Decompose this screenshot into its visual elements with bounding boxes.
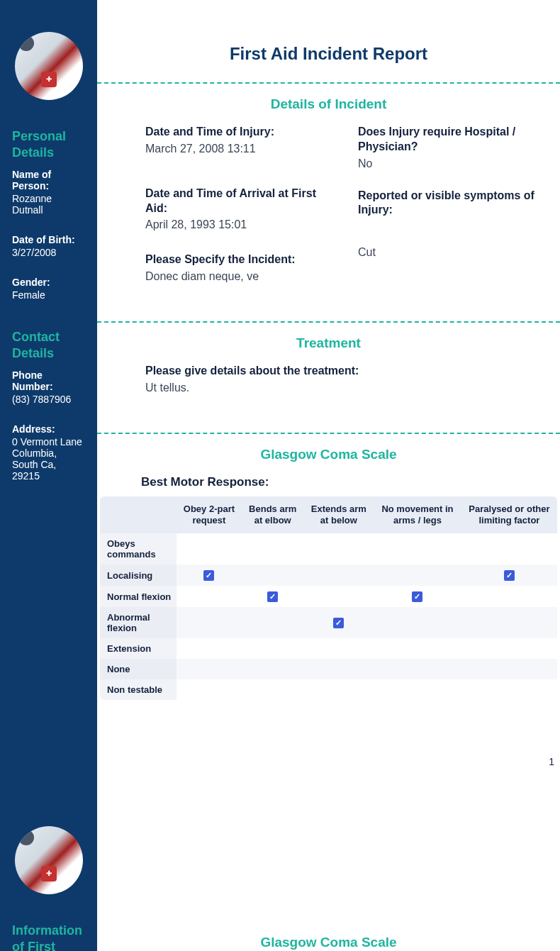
symptoms-value: Cut [358, 246, 542, 259]
arrival-value: April 28, 1993 15:01 [145, 218, 330, 231]
page-2: Information of First Glasgow Coma Scale … [0, 794, 560, 951]
motor-col-header: Extends arm at below [304, 496, 374, 534]
checkbox-cell[interactable] [177, 679, 242, 700]
table-row: Obeys commands [100, 533, 557, 565]
checkbox-cell[interactable] [461, 586, 557, 607]
field-phone: Phone Number: (83) 7887906 [12, 369, 85, 405]
motor-col-header: No movement in arms / legs [374, 496, 461, 534]
treatment-details-value: Ut tellus. [145, 382, 500, 394]
treatment-section-title: Treatment [97, 323, 560, 364]
checkbox-cell[interactable] [242, 659, 304, 679]
hospital-value: No [358, 157, 542, 170]
symptoms-label: Reported or visible symptoms of Injury: [358, 189, 542, 218]
details-section-title: Details of Incident [97, 84, 560, 125]
gcs-section-title: Glasgow Coma Scale [97, 434, 560, 475]
row-label: Localising [100, 565, 177, 586]
motor-col-header: Bends arm at elbow [242, 496, 304, 534]
checkbox-cell[interactable] [461, 679, 557, 700]
check-icon: ✓ [267, 591, 278, 602]
table-row: Extension [100, 638, 557, 659]
main-content: First Aid Incident Report Details of Inc… [97, 0, 560, 794]
name-value: Rozanne Dutnall [12, 193, 85, 216]
checkbox-cell[interactable] [461, 607, 557, 638]
checkbox-cell[interactable] [374, 679, 461, 700]
gender-value: Female [12, 289, 85, 301]
checkbox-cell[interactable] [461, 638, 557, 659]
checkbox-cell[interactable] [177, 638, 242, 659]
main-content-2: Glasgow Coma Scale Verbal Response: Corr… [97, 794, 560, 951]
table-row: Normal flexion✓✓ [100, 586, 557, 607]
page-title: First Aid Incident Report [97, 0, 560, 82]
motor-response-label: Best Motor Response: [97, 475, 560, 496]
checkbox-cell[interactable] [374, 533, 461, 565]
checkbox-cell[interactable] [177, 607, 242, 638]
details-grid: Date and Time of Injury: March 27, 2008 … [97, 125, 560, 321]
info-heading: Information of First [12, 923, 85, 951]
checkbox-cell[interactable]: ✓ [304, 607, 374, 638]
treatment-grid: Please give details about the treatment:… [97, 364, 560, 433]
details-col-right: Does Injury require Hospital / Physician… [358, 125, 542, 301]
motor-col-header: Obey 2-part request [177, 496, 242, 534]
address-value: 0 Vermont Lane Columbia, South Ca, 29215 [12, 436, 85, 482]
row-label: Normal flexion [100, 586, 177, 607]
specify-label: Please Specify the Incident: [145, 252, 330, 267]
table-row: Abnormal flexion✓ [100, 607, 557, 638]
checkbox-cell[interactable]: ✓ [461, 565, 557, 586]
checkbox-cell[interactable] [374, 638, 461, 659]
motor-table-head: Obey 2-part requestBends arm at elbowExt… [100, 496, 557, 534]
item-injury-time: Date and Time of Injury: March 27, 2008 … [145, 125, 330, 155]
item-specify: Please Specify the Incident: Donec diam … [145, 252, 330, 283]
row-label: None [100, 659, 177, 679]
page-number: 1 [549, 756, 554, 767]
gcs-section-title-2: Glasgow Coma Scale [97, 842, 560, 951]
checkbox-cell[interactable] [242, 533, 304, 565]
checkbox-cell[interactable] [374, 659, 461, 679]
treatment-details-label: Please give details about the treatment: [145, 364, 500, 379]
table-row: None [100, 659, 557, 679]
motor-col-header: Paralysed or other limiting factor [461, 496, 557, 534]
checkbox-cell[interactable] [304, 565, 374, 586]
item-arrival: Date and Time of Arrival at First Aid: A… [145, 187, 330, 232]
arrival-label: Date and Time of Arrival at First Aid: [145, 187, 330, 216]
dob-label: Date of Birth: [12, 234, 85, 245]
motor-col-header [100, 496, 177, 534]
checkbox-cell[interactable]: ✓ [242, 586, 304, 607]
checkbox-cell[interactable] [242, 638, 304, 659]
checkbox-cell[interactable] [461, 533, 557, 565]
injury-time-label: Date and Time of Injury: [145, 125, 330, 140]
checkbox-cell[interactable] [461, 659, 557, 679]
checkbox-cell[interactable] [304, 659, 374, 679]
row-label: Obeys commands [100, 533, 177, 565]
sidebar: Information of First [0, 794, 97, 951]
treatment-col: Please give details about the treatment:… [145, 364, 500, 413]
checkbox-cell[interactable]: ✓ [177, 565, 242, 586]
check-icon: ✓ [504, 570, 515, 581]
check-icon: ✓ [333, 618, 344, 628]
sidebar: Personal Details Name of Person: Rozanne… [0, 0, 97, 794]
phone-value: (83) 7887906 [12, 394, 85, 405]
checkbox-cell[interactable] [304, 533, 374, 565]
checkbox-cell[interactable] [177, 659, 242, 679]
checkbox-cell[interactable] [177, 586, 242, 607]
field-gender: Gender: Female [12, 277, 85, 301]
row-label: Abnormal flexion [100, 607, 177, 638]
checkbox-cell[interactable] [374, 607, 461, 638]
dob-value: 3/27/2008 [12, 247, 85, 258]
row-label: Non testable [100, 679, 177, 700]
personal-details-heading: Personal Details [12, 128, 85, 160]
specify-value: Donec diam neque, ve [145, 270, 330, 283]
checkbox-cell[interactable] [242, 607, 304, 638]
motor-table-body: Obeys commandsLocalising✓✓Normal flexion… [100, 533, 557, 700]
table-row: Non testable [100, 679, 557, 700]
item-hospital: Does Injury require Hospital / Physician… [358, 125, 542, 170]
motor-response-table: Obey 2-part requestBends arm at elbowExt… [100, 496, 557, 701]
checkbox-cell[interactable] [242, 679, 304, 700]
checkbox-cell[interactable] [304, 638, 374, 659]
checkbox-cell[interactable] [304, 586, 374, 607]
checkbox-cell[interactable] [177, 533, 242, 565]
gender-label: Gender: [12, 277, 85, 288]
checkbox-cell[interactable] [242, 565, 304, 586]
checkbox-cell[interactable]: ✓ [374, 586, 461, 607]
checkbox-cell[interactable] [374, 565, 461, 586]
checkbox-cell[interactable] [304, 679, 374, 700]
